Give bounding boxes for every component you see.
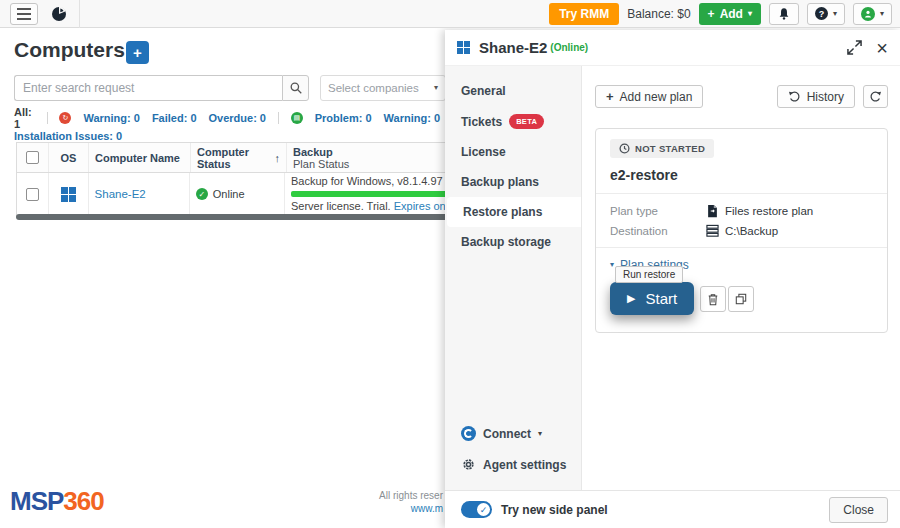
- panel-footer: ✓ Try new side panel Close: [445, 490, 900, 528]
- panel-content: + Add new plan History: [582, 66, 900, 490]
- help-button[interactable]: ? ▾: [807, 3, 845, 25]
- nav-item-backup-plans[interactable]: Backup plans: [445, 167, 581, 197]
- computer-name-link[interactable]: Shane-E2: [95, 188, 146, 200]
- filter-backup-failed[interactable]: Failed: 0: [152, 112, 197, 124]
- connect-icon: [461, 426, 476, 441]
- question-icon: ?: [815, 7, 828, 20]
- user-avatar-icon: [861, 7, 875, 21]
- online-check-icon: ✓: [196, 188, 208, 200]
- filter-rmm-problem[interactable]: Problem: 0: [315, 112, 372, 124]
- history-icon: [788, 90, 801, 103]
- windows-os-icon: [61, 187, 76, 202]
- start-plan-button[interactable]: ▶ Start: [610, 282, 694, 315]
- run-restore-tooltip: Run restore: [615, 266, 683, 283]
- chevron-down-icon: ▾: [434, 84, 438, 92]
- msp360-logo: MSP360: [10, 486, 104, 517]
- nav-item-license[interactable]: License: [445, 137, 581, 167]
- computer-status-value: Online: [213, 188, 245, 200]
- trash-icon: [707, 293, 719, 306]
- toggle-check-icon: ✓: [477, 503, 490, 516]
- chevron-down-icon: ▾: [538, 430, 542, 438]
- history-button[interactable]: History: [777, 85, 855, 108]
- chevron-down-icon: ▾: [880, 10, 884, 18]
- filter-backup-overdue[interactable]: Overdue: 0: [209, 112, 266, 124]
- beta-badge: BETA: [509, 114, 544, 129]
- file-restore-icon: [706, 204, 719, 218]
- account-button[interactable]: ▾: [853, 3, 892, 25]
- side-panel-toggle[interactable]: ✓: [461, 501, 492, 518]
- filter-rmm-warning[interactable]: Warning: 0: [384, 112, 440, 124]
- refresh-icon: [869, 90, 882, 103]
- license-text: Server license. Trial.: [291, 200, 391, 212]
- add-button[interactable]: + Add ▾: [699, 3, 761, 25]
- balance-label: Balance: $0: [627, 7, 690, 21]
- gear-icon: [461, 457, 476, 472]
- close-panel-button[interactable]: ×: [876, 38, 888, 58]
- backup-app-version: Backup for Windows, v8.1.4.97: [291, 175, 443, 188]
- menu-icon[interactable]: [10, 3, 38, 25]
- storage-icon: [706, 224, 719, 237]
- page-title: Computers: [14, 38, 125, 62]
- website-link[interactable]: www.m: [290, 502, 443, 515]
- expand-panel-button[interactable]: [847, 40, 862, 55]
- copy-icon: [735, 293, 747, 305]
- windows-os-icon: [457, 41, 470, 54]
- select-all-checkbox[interactable]: [26, 151, 39, 164]
- clock-icon: [619, 143, 630, 154]
- filter-backup-warning[interactable]: Warning: 0: [83, 112, 139, 124]
- plus-icon: +: [606, 89, 614, 104]
- header-os[interactable]: OS: [49, 143, 89, 172]
- search-icon: [289, 81, 303, 95]
- computer-side-panel: Shane-E2 (Online) × General Tickets BETA…: [445, 30, 900, 528]
- chevron-down-icon: ▾: [833, 10, 837, 18]
- panel-online-status: (Online): [550, 42, 588, 53]
- expand-icon: [847, 40, 862, 55]
- plan-type-row: Plan type Files restore plan: [610, 204, 873, 218]
- header-computer-name[interactable]: Computer Name: [89, 143, 191, 172]
- row-checkbox[interactable]: [26, 188, 39, 201]
- bell-icon: [777, 7, 791, 21]
- sort-asc-icon: ↑: [275, 152, 281, 164]
- plan-name: e2-restore: [610, 167, 873, 183]
- delete-plan-button[interactable]: [700, 286, 726, 312]
- play-icon: ▶: [627, 292, 635, 305]
- nav-item-backup-storage[interactable]: Backup storage: [445, 227, 581, 257]
- plan-status-badge: NOT STARTED: [610, 139, 714, 158]
- filter-all[interactable]: All: 1: [14, 106, 35, 130]
- connect-menu[interactable]: Connect ▾: [445, 418, 581, 449]
- top-bar: Try RMM Balance: $0 + Add ▾ ? ▾ ▾: [0, 0, 900, 28]
- topbar-divider: [79, 0, 80, 28]
- refresh-button[interactable]: [863, 85, 888, 108]
- destination-row: Destination C:\Backup: [610, 224, 873, 237]
- toggle-label: Try new side panel: [501, 503, 608, 517]
- agent-settings-menu[interactable]: Agent settings: [445, 449, 581, 480]
- header-computer-status[interactable]: Computer Status ↑: [191, 143, 287, 172]
- panel-nav: General Tickets BETA License Backup plan…: [445, 66, 582, 490]
- app-window: Try RMM Balance: $0 + Add ▾ ? ▾ ▾: [0, 0, 900, 528]
- copyright-text: All rights reser: [290, 489, 443, 502]
- nav-item-tickets[interactable]: Tickets BETA: [445, 106, 581, 137]
- restore-plan-card: NOT STARTED e2-restore Plan type Files r…: [595, 128, 888, 333]
- panel-computer-name: Shane-E2: [479, 39, 547, 56]
- nav-item-general[interactable]: General: [445, 76, 581, 106]
- nav-item-restore-plans[interactable]: Restore plans: [447, 197, 581, 227]
- filter-installation-issues[interactable]: Installation Issues: 0: [14, 130, 122, 142]
- try-rmm-button[interactable]: Try RMM: [549, 3, 619, 25]
- plan-actions: Run restore ▶ Start: [610, 276, 873, 320]
- panel-header: Shane-E2 (Online) ×: [445, 30, 900, 66]
- search-button[interactable]: [282, 75, 309, 101]
- rmm-product-icon: ▤: [291, 112, 303, 124]
- backup-product-icon: ↻: [59, 112, 71, 124]
- close-button[interactable]: Close: [829, 497, 888, 523]
- plus-icon: +: [708, 7, 715, 21]
- clone-plan-button[interactable]: [728, 286, 754, 312]
- chevron-down-icon: ▾: [748, 10, 752, 18]
- notifications-button[interactable]: [769, 3, 799, 25]
- add-computer-button[interactable]: +: [126, 41, 149, 64]
- search-input[interactable]: [14, 75, 282, 101]
- pie-chart-icon[interactable]: [47, 3, 71, 25]
- add-new-plan-button[interactable]: + Add new plan: [595, 85, 703, 108]
- chevron-down-icon: ▾: [610, 261, 614, 269]
- companies-select[interactable]: Select companies ▾: [320, 75, 446, 101]
